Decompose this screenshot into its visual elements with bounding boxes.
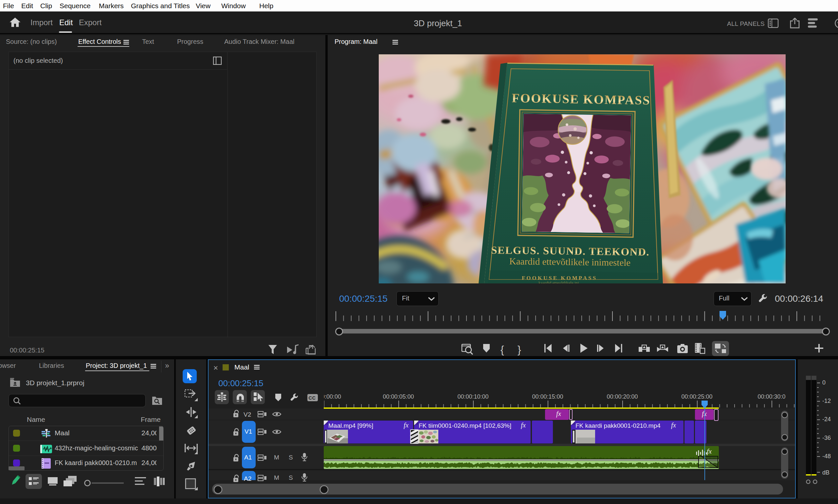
svg-text:{: { (500, 344, 504, 356)
svg-text:00:00:15:00: 00:00:15:00 (532, 393, 563, 400)
svg-text:00:00:25:00: 00:00:25:00 (681, 393, 712, 400)
svg-text:Kaardid ettevõtlikele inimeste: Kaardid ettevõtlikele inimestele (509, 256, 631, 268)
svg-text:00:00:10:00: 00:00:10:00 (457, 393, 488, 400)
svg-text:00:00:00: 00:00:00 (324, 393, 341, 400)
svg-text:00:00:30:0: 00:00:30:0 (757, 393, 785, 400)
svg-text:}: } (518, 344, 521, 356)
svg-text:kaardid ettevõtlikele ini: kaardid ettevõtlikele ini (538, 281, 579, 285)
svg-text:00:00:20:00: 00:00:20:00 (607, 393, 638, 400)
svg-text:FOOKUSE KOMPASS: FOOKUSE KOMPASS (512, 91, 650, 107)
svg-text:00:00:05:00: 00:00:05:00 (383, 393, 414, 400)
